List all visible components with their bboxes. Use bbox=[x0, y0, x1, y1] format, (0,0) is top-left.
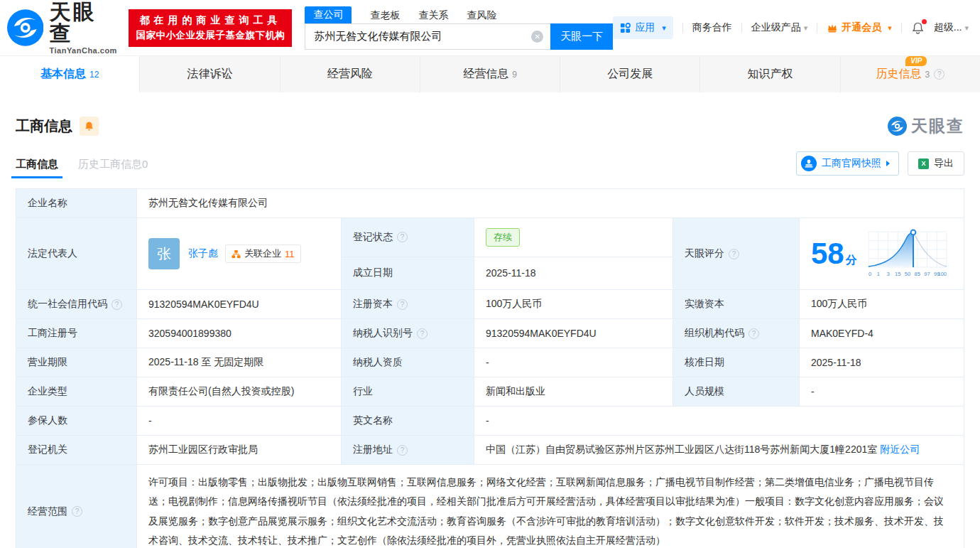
org-code-label-text: 组织机构代码 bbox=[685, 327, 744, 340]
reg-status-label: 登记状态 bbox=[342, 218, 474, 257]
score-tick: 97 bbox=[924, 271, 930, 277]
related-companies-count: 11 bbox=[285, 249, 295, 259]
credit-code-label-text: 统一社会信用代码 bbox=[28, 298, 107, 311]
company-name-label: 企业名称 bbox=[16, 189, 137, 218]
apps-grid-icon bbox=[620, 23, 631, 33]
search-button[interactable]: 天眼一下 bbox=[550, 23, 613, 50]
reg-authority-value: 苏州工业园区行政审批局 bbox=[137, 436, 342, 465]
official-snapshot-label: 工商官网快照 bbox=[822, 157, 881, 170]
reg-address-help-icon[interactable] bbox=[397, 445, 408, 456]
main-content: 工商信息 天眼查 工商信息 历史工商信息0 bbox=[0, 115, 980, 548]
notifications-bell[interactable] bbox=[911, 21, 925, 35]
business-scope-label-text: 经营范围 bbox=[28, 505, 67, 518]
paid-capital-value: 100万人民币 bbox=[800, 290, 964, 319]
paid-capital-label: 实缴资本 bbox=[673, 290, 800, 319]
taxpayer-id-label: 纳税人识别号 bbox=[342, 319, 474, 348]
vip-crown-icon bbox=[827, 22, 838, 33]
brand-slogan: 都在用的商业查询工具 国家中小企业发展子基金旗下机构 bbox=[129, 9, 292, 47]
org-code-help-icon[interactable] bbox=[748, 328, 759, 339]
logo-name: 天眼查 bbox=[49, 1, 119, 44]
table-row: 经营范围 许可项目：出版物零售；出版物批发；出版物互联网销售；互联网信息服务；网… bbox=[16, 465, 964, 548]
legal-rep-name-link[interactable]: 张子彪 bbox=[188, 247, 218, 260]
taxpayer-qualification-value: - bbox=[474, 348, 673, 377]
nearby-companies-link[interactable]: 附近公司 bbox=[880, 444, 920, 455]
stamp-icon bbox=[801, 156, 817, 171]
score-tick: 50 bbox=[905, 271, 910, 277]
tab-history-vip-badge: VIP bbox=[905, 56, 927, 66]
reg-capital-label: 注册资本 bbox=[342, 290, 474, 319]
score-help-icon[interactable] bbox=[729, 249, 739, 259]
tab-operating-info[interactable]: 经营信息 9 bbox=[420, 56, 560, 92]
credit-code-help-icon[interactable] bbox=[111, 299, 122, 310]
reg-address-label: 注册地址 bbox=[342, 436, 474, 465]
apps-label: 应用 bbox=[635, 21, 655, 34]
approval-date-label: 核准日期 bbox=[673, 348, 800, 377]
search-tab-company[interactable]: 查公司 bbox=[305, 6, 352, 23]
divider bbox=[901, 23, 902, 33]
logo-domain: TianYanCha.com bbox=[49, 46, 119, 55]
tab-legal-litigation-label: 法律诉讼 bbox=[187, 67, 232, 82]
insured-count-value: - bbox=[137, 407, 342, 436]
nav-enterprise-product[interactable]: 企业级产品 bbox=[751, 21, 808, 34]
table-row: 参保人数 - 英文名称 - bbox=[16, 407, 964, 436]
subscribe-bell-button[interactable] bbox=[80, 117, 99, 136]
taxpayer-id-help-icon[interactable] bbox=[417, 328, 428, 339]
search-tab-relation[interactable]: 查关系 bbox=[418, 8, 448, 23]
tab-basic-info[interactable]: 基本信息 12 bbox=[0, 56, 140, 92]
business-term-value: 2025-11-18 至 无固定期限 bbox=[137, 348, 342, 377]
subtab-business-info[interactable]: 工商信息 bbox=[16, 158, 58, 178]
open-vip-link[interactable]: 开通会员 bbox=[827, 21, 892, 34]
tab-operating-risk[interactable]: 经营风险 bbox=[281, 56, 420, 92]
divider bbox=[817, 23, 817, 33]
credit-code-value: 91320594MAK0EYFD4U bbox=[137, 290, 342, 319]
history-info-help-icon[interactable] bbox=[934, 69, 944, 80]
search-input[interactable] bbox=[305, 24, 550, 49]
search-tab-boss[interactable]: 查老板 bbox=[370, 8, 400, 23]
section-title: 工商信息 bbox=[16, 117, 72, 136]
search-tab-risk[interactable]: 查风险 bbox=[467, 8, 496, 23]
score-tick: 15 bbox=[895, 271, 900, 277]
tab-intellectual-property[interactable]: 知识产权 bbox=[700, 56, 840, 92]
user-account-menu[interactable]: 超级... bbox=[934, 21, 969, 34]
business-scope-value: 许可项目：出版物零售；出版物批发；出版物互联网销售；互联网信息服务；网络文化经营… bbox=[137, 465, 964, 548]
tab-history-info-count: 3 bbox=[925, 70, 930, 80]
staff-size-label: 人员规模 bbox=[673, 377, 800, 407]
score-distribution-chart: 0 1 3 15 50 85 97 99 100 bbox=[866, 226, 952, 281]
reg-capital-help-icon[interactable] bbox=[397, 299, 408, 310]
top-header: 天眼查 TianYanCha.com 都在用的商业查询工具 国家中小企业发展子基… bbox=[0, 0, 980, 55]
apps-menu[interactable]: 应用 bbox=[613, 16, 673, 39]
tab-legal-litigation[interactable]: 法律诉讼 bbox=[140, 56, 280, 92]
score-tick: 85 bbox=[915, 271, 920, 277]
clear-search-icon[interactable] bbox=[531, 31, 543, 43]
arrow-right-icon bbox=[886, 161, 890, 166]
business-scope-help-icon[interactable] bbox=[72, 506, 82, 517]
search-area: 查公司 查老板 查关系 查风险 天眼一下 bbox=[305, 6, 613, 50]
official-snapshot-button[interactable]: 工商官网快照 bbox=[796, 151, 899, 176]
nav-biz-cooperation[interactable]: 商务合作 bbox=[692, 21, 732, 34]
reg-status-help-icon[interactable] bbox=[397, 232, 408, 242]
table-row: 法定代表人 张 张子彪 关联企业 bbox=[16, 218, 964, 257]
tab-company-development[interactable]: 公司发展 bbox=[560, 56, 700, 92]
notification-red-dot bbox=[922, 19, 927, 24]
open-vip-label: 开通会员 bbox=[842, 21, 881, 34]
tab-history-info[interactable]: 历史信息 VIP 3 bbox=[841, 56, 980, 92]
subtab-history-business-info[interactable]: 历史工商信息0 bbox=[78, 158, 148, 178]
user-account-label: 超级... bbox=[934, 21, 962, 33]
table-row: 企业名称 苏州无咎文化传媒有限公司 bbox=[16, 189, 964, 218]
company-name-value: 苏州无咎文化传媒有限公司 bbox=[137, 189, 964, 218]
enterprise-product-label: 企业级产品 bbox=[751, 21, 801, 33]
tab-operating-risk-label: 经营风险 bbox=[327, 67, 373, 82]
tab-history-info-label: 历史信息 bbox=[876, 67, 921, 82]
industry-label: 行业 bbox=[342, 377, 474, 407]
table-row: 营业期限 2025-11-18 至 无固定期限 纳税人资质 - 核准日期 202… bbox=[16, 348, 964, 377]
score-unit: 分 bbox=[846, 254, 857, 266]
export-button[interactable]: 导出 bbox=[908, 151, 964, 176]
search-box bbox=[305, 23, 550, 50]
search-row: 天眼一下 bbox=[305, 23, 613, 50]
tianyancha-logo[interactable]: 天眼查 TianYanCha.com bbox=[7, 1, 119, 55]
legal-rep-avatar[interactable]: 张 bbox=[148, 238, 180, 269]
tab-operating-info-label: 经营信息 bbox=[463, 67, 508, 82]
score-label-text: 天眼评分 bbox=[685, 247, 724, 260]
taxpayer-qualification-label: 纳税人资质 bbox=[342, 348, 474, 377]
related-companies-badge[interactable]: 关联企业 11 bbox=[225, 245, 301, 263]
